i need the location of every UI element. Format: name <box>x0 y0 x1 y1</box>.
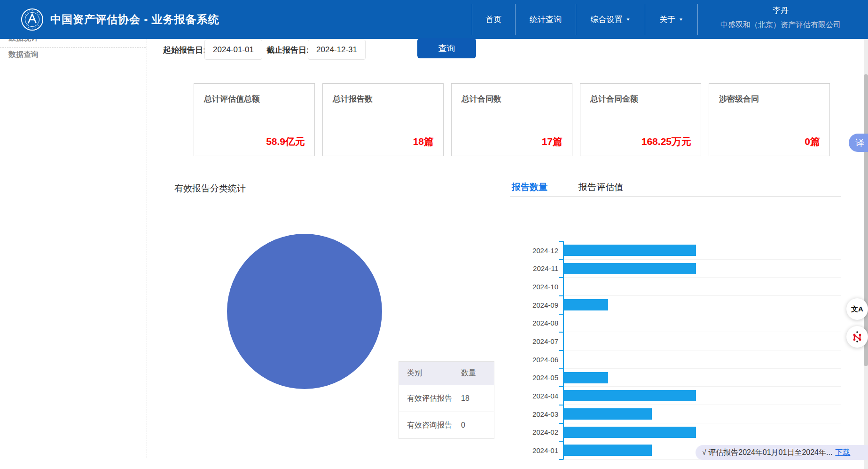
bar-track <box>564 332 841 350</box>
stat-card-value: 0篇 <box>805 135 820 148</box>
user-company: 中盛双和（北京）资产评估有限公司 <box>705 20 856 30</box>
bar-row: 2024-03 <box>521 405 841 423</box>
start-date-input[interactable] <box>204 40 262 60</box>
bar[interactable] <box>564 263 696 274</box>
app-header: 中国资产评估协会 - 业务报备系统 首页统计查询综合设置▼关于▼ 李丹 中盛双和… <box>0 0 868 39</box>
end-date-input[interactable] <box>308 40 366 60</box>
bar[interactable] <box>564 390 696 401</box>
translate-pill-button[interactable]: 译 <box>849 134 868 152</box>
axis-tick <box>559 405 563 405</box>
bar-row: 2024-10 <box>521 278 841 296</box>
axis-tick <box>559 350 563 351</box>
page-title: 中国资产评估协会 - 业务报备系统 <box>50 0 219 39</box>
bar-row: 2024-07 <box>521 332 841 350</box>
nav-item-2[interactable]: 综合设置▼ <box>576 4 645 35</box>
stat-card-value: 168.25万元 <box>641 135 691 148</box>
bar[interactable] <box>564 372 608 383</box>
bar[interactable] <box>564 427 696 438</box>
download-link[interactable]: 下载 <box>835 448 850 458</box>
axis-tick <box>559 423 563 424</box>
bar-track <box>564 278 841 296</box>
query-button[interactable]: 查询 <box>417 38 476 58</box>
column-header-count: 数量 <box>461 368 489 378</box>
axis-tick <box>559 241 563 242</box>
translate-circle-button[interactable]: 文A <box>846 298 868 320</box>
bar-category-label: 2024-03 <box>521 405 558 423</box>
bar[interactable] <box>564 299 608 310</box>
bar-track <box>564 314 841 333</box>
bar-category-label: 2024-10 <box>521 278 558 296</box>
bar[interactable] <box>564 245 696 256</box>
row-count: 0 <box>461 421 489 429</box>
user-info[interactable]: 李丹 中盛双和（北京）资产评估有限公司 <box>705 0 856 39</box>
axis-tick <box>559 459 563 460</box>
main-nav: 首页统计查询综合设置▼关于▼ <box>472 4 698 35</box>
category-table-header: 类别 数量 <box>399 362 494 385</box>
bar-row: 2024-06 <box>521 350 841 369</box>
nav-item-label: 关于 <box>659 14 675 25</box>
chevron-down-icon: ▼ <box>679 17 683 22</box>
bar-row: 2024-08 <box>521 314 841 333</box>
tab-report-value[interactable]: 报告评估值 <box>579 181 623 193</box>
table-row: 有效评估报告18 <box>399 385 494 412</box>
pie-chart[interactable] <box>227 234 382 389</box>
axis-tick <box>559 314 563 315</box>
translate-icon: 文A <box>851 305 863 314</box>
nav-item-1[interactable]: 统计查询 <box>515 4 576 35</box>
bar-category-label: 2024-01 <box>521 441 558 460</box>
stat-card-value: 18篇 <box>413 135 434 148</box>
bar-track <box>564 296 841 314</box>
tab-report-count[interactable]: 报告数量 <box>512 181 547 193</box>
stat-card-title: 总计评估值总额 <box>204 94 314 104</box>
scrollbar-track[interactable] <box>864 39 868 469</box>
bar[interactable] <box>564 445 652 456</box>
bar-category-label: 2024-02 <box>521 423 558 442</box>
tab-underline <box>510 196 841 197</box>
nav-item-label: 首页 <box>486 14 502 25</box>
bar-row: 2024-02 <box>521 423 841 442</box>
download-notification: √ 评估报告2024年01月01日至2024年... 下载 <box>696 445 868 460</box>
stat-card-title: 总计报告数 <box>333 94 443 104</box>
stat-card-2: 总计合同数17篇 <box>451 83 572 156</box>
nav-item-3[interactable]: 关于▼ <box>645 4 697 35</box>
chevron-down-icon: ▼ <box>626 17 631 22</box>
bar-track <box>564 260 841 278</box>
bar-row: 2024-04 <box>521 387 841 405</box>
stat-card-0: 总计评估值总额58.9亿元 <box>194 83 315 156</box>
bar-track <box>564 405 841 423</box>
scrollbar-thumb[interactable] <box>864 74 868 366</box>
bar-chart: 2024-122024-112024-102024-092024-082024-… <box>521 241 841 460</box>
axis-tick <box>559 332 563 333</box>
stat-card-3: 总计合同金额168.25万元 <box>580 83 701 156</box>
stat-card-1: 总计报告数18篇 <box>322 83 444 156</box>
bar-row: 2024-12 <box>521 241 841 260</box>
sidebar-item-data-query[interactable]: 数据查询 <box>8 50 39 60</box>
nav-item-0[interactable]: 首页 <box>472 4 515 35</box>
table-row: 有效咨询报告0 <box>399 412 494 438</box>
bar-row: 2024-11 <box>521 260 841 278</box>
sidebar-divider <box>0 47 146 48</box>
bar-category-label: 2024-11 <box>521 260 558 278</box>
bar-track <box>564 369 841 387</box>
bar-category-label: 2024-09 <box>521 296 558 314</box>
bar-row: 2024-05 <box>521 369 841 387</box>
user-name: 李丹 <box>705 5 856 16</box>
end-date-label: 截止报告日: <box>266 40 309 60</box>
stat-card-value: 17篇 <box>542 135 563 148</box>
sidebar-content-divider <box>147 39 147 458</box>
network-circle-button[interactable] <box>846 326 868 348</box>
stat-card-title: 总计合同金额 <box>590 94 701 104</box>
bar-track <box>564 350 841 369</box>
bar-category-label: 2024-12 <box>521 241 558 260</box>
download-notification-text: √ 评估报告2024年01月01日至2024年... <box>702 448 832 458</box>
bar-category-label: 2024-08 <box>521 314 558 333</box>
bar-row: 2024-09 <box>521 296 841 314</box>
cas-logo-icon <box>21 8 44 31</box>
row-category: 有效咨询报告 <box>399 421 461 430</box>
nav-item-label: 统计查询 <box>530 14 562 25</box>
bar[interactable] <box>564 408 652 420</box>
bar-category-label: 2024-05 <box>521 369 558 387</box>
bar-category-label: 2024-04 <box>521 387 558 405</box>
bar-category-label: 2024-07 <box>521 332 558 350</box>
axis-tick <box>559 295 563 296</box>
